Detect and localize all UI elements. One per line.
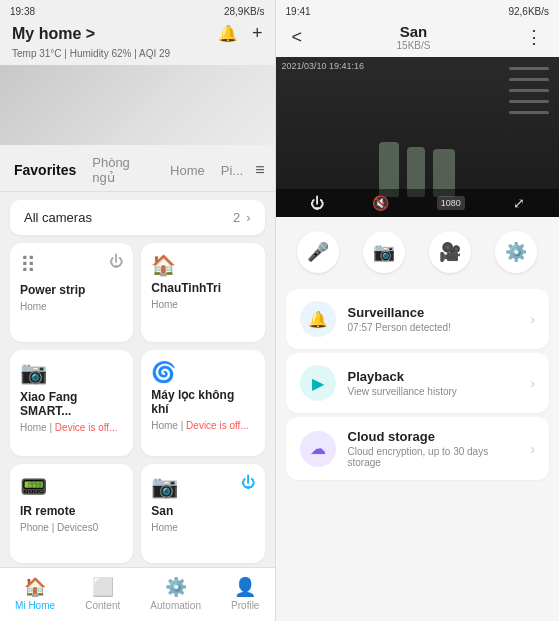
cam-resolution-btn[interactable]: 1080 [437,196,465,210]
feature-list: 🔔 Surveillance 07:57 Person detected! › … [276,281,559,621]
power-strip-name: Power strip [20,283,123,297]
san-location: Home [151,522,254,533]
fence-bar [509,89,549,92]
fence-bar [509,100,549,103]
mayloc-icon: 🌀 [151,360,176,384]
chautinhtri-name: ChauTinhTri [151,281,254,295]
cam-power-btn[interactable]: ⏻ [310,195,324,211]
mayloc-name: Máy lọc không khí [151,388,254,416]
left-time: 19:38 [10,6,35,17]
cloud-storage-chevron: › [530,441,535,457]
surveillance-icon: 🔔 [308,310,328,329]
power-strip-power-btn[interactable]: ⏻ [109,253,123,269]
right-header: < San 15KB/S ⋮ [276,19,559,57]
cam-mute-btn[interactable]: 🔇 [372,195,389,211]
device-card-chautinhtri[interactable]: 🏠 ChauTinhTri Home [141,243,264,342]
cloud-storage-text: Cloud storage Cloud encryption, up to 30… [348,429,519,468]
category-tabs: Favorites Phòng ngủ Home Pi... ≡ [0,145,275,192]
camera-timestamp: 2021/03/10 19:41:16 [282,61,365,71]
nav-profile-label: Profile [231,600,259,611]
camera-controls: ⏻ 🔇 1080 ⤢ [276,189,559,217]
surveillance-title: Surveillance [348,305,519,320]
surveillance-chevron: › [530,311,535,327]
cam-name: San [400,23,428,40]
xiaofang-icon: 📷 [20,360,47,386]
feature-playback[interactable]: ▶ Playback View surveillance history › [286,353,550,413]
device-card-xiaofang[interactable]: 📷 Xiao Fang SMART... Home | Device is of… [10,350,133,457]
playback-subtitle: View surveillance history [348,386,519,397]
playback-title: Playback [348,369,519,384]
bell-icon[interactable]: 🔔 [218,24,238,43]
left-panel: 19:38 28,9KB/s My home > 🔔 + Temp 31°C |… [0,0,275,621]
fence-bar [509,78,549,81]
fence-bar [509,111,549,114]
action-settings[interactable]: ⚙️ [495,231,537,273]
fence-bar [509,67,549,70]
cam-action-row: 🎤 📷 🎥 ⚙️ [276,217,559,281]
feature-surveillance[interactable]: 🔔 Surveillance 07:57 Person detected! › [286,289,550,349]
plus-icon[interactable]: + [252,23,263,44]
xiaofang-location: Home | Device is off... [20,422,123,433]
tab-home[interactable]: Home [166,161,209,180]
device-icon-row: 🏠 [151,253,254,277]
san-power-btn[interactable]: ⏻ [241,474,255,490]
more-icon[interactable]: ⋮ [521,26,547,48]
snapshot-icon-circle: 📷 [363,231,405,273]
action-snapshot[interactable]: 📷 [363,231,405,273]
settings-icon-circle: ⚙️ [495,231,537,273]
san-icon: 📷 [151,474,178,500]
back-icon[interactable]: < [288,27,307,48]
all-cameras-right: 2 › [233,210,251,225]
camera-feed[interactable]: 2021/03/10 19:41:16 ⏻ 🔇 1080 ⤢ [276,57,559,217]
all-cameras-chevron: › [246,210,250,225]
chautinhtri-location: Home [151,299,254,310]
device-card-ir-remote[interactable]: 📟 IR remote Phone | Devices0 [10,464,133,563]
cloud-storage-subtitle: Cloud encryption, up to 30 days storage [348,446,519,468]
mi-home-icon: 🏠 [24,576,46,598]
ir-remote-name: IR remote [20,504,123,518]
ir-remote-location: Phone | Devices0 [20,522,123,533]
cam-title-block: San 15KB/S [306,23,521,51]
device-card-mayloc[interactable]: 🌀 Máy lọc không khí Home | Device is off… [141,350,264,457]
surveillance-subtitle: 07:57 Person detected! [348,322,519,333]
device-icon-row: 📷 [20,360,123,386]
device-card-power-strip[interactable]: ⠿ ⏻ Power strip Home [10,243,133,342]
nav-mi-home[interactable]: 🏠 Mi Home [15,576,55,611]
cloud-storage-icon: ☁ [310,439,326,458]
right-status-bar: 19:41 92,6KB/s [276,0,559,19]
tab-pi[interactable]: Pi... [217,161,247,180]
nav-automation[interactable]: ⚙️ Automation [150,576,201,611]
cam-fullscreen-btn[interactable]: ⤢ [513,195,525,211]
all-cameras-count: 2 [233,210,240,225]
nav-content-label: Content [85,600,120,611]
mayloc-location: Home | Device is off... [151,420,254,431]
bottom-nav: 🏠 Mi Home ⬜ Content ⚙️ Automation 👤 Prof… [0,567,275,621]
nav-profile[interactable]: 👤 Profile [231,576,259,611]
feature-cloud-storage[interactable]: ☁ Cloud storage Cloud encryption, up to … [286,417,550,480]
left-data-speed: 28,9KB/s [224,6,265,17]
home-title[interactable]: My home > [12,25,95,43]
playback-text: Playback View surveillance history [348,369,519,397]
xiaofang-name: Xiao Fang SMART... [20,390,123,418]
nav-content[interactable]: ⬜ Content [85,576,120,611]
surveillance-icon-circle: 🔔 [300,301,336,337]
left-header: My home > 🔔 + [0,19,275,46]
all-cameras-row[interactable]: All cameras 2 › [10,200,265,235]
san-name: San [151,504,254,518]
playback-icon: ▶ [312,374,324,393]
tab-phong-ngu[interactable]: Phòng ngủ [88,153,158,187]
right-time: 19:41 [286,6,311,17]
device-card-san[interactable]: 📷 ⏻ San Home [141,464,264,563]
power-strip-location: Home [20,301,123,312]
tabs-menu-icon[interactable]: ≡ [255,161,264,179]
action-mic[interactable]: 🎤 [297,231,339,273]
surveillance-text: Surveillance 07:57 Person detected! [348,305,519,333]
cam-speed: 15KB/S [397,40,431,51]
playback-chevron: › [530,375,535,391]
device-icon-row: 📟 [20,474,123,500]
device-icon-row: 📷 ⏻ [151,474,254,500]
left-status-bar: 19:38 28,9KB/s [0,0,275,19]
tab-favorites[interactable]: Favorites [10,160,80,180]
action-record[interactable]: 🎥 [429,231,471,273]
nav-mi-home-label: Mi Home [15,600,55,611]
